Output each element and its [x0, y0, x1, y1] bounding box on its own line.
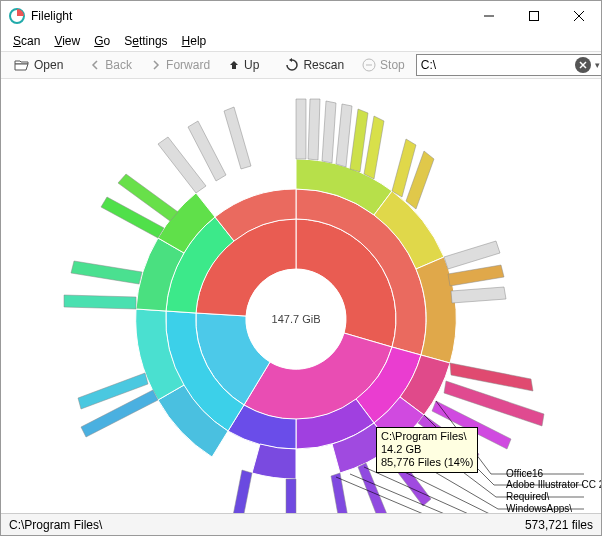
menu-scan[interactable]: Scan [7, 32, 46, 50]
tooltip-files: 85,776 Files (14%) [381, 456, 473, 469]
open-label: Open [34, 58, 63, 72]
tooltip-size: 14.2 GB [381, 443, 473, 456]
segment-tooltip: C:\Program Files\ 14.2 GB 85,776 Files (… [376, 427, 478, 473]
menu-settings[interactable]: Settings [118, 32, 173, 50]
menu-go[interactable]: Go [88, 32, 116, 50]
window-title: Filelight [31, 9, 466, 23]
dropdown-icon[interactable]: ▾ [595, 60, 600, 70]
center-label: 147.7 GiB [272, 313, 321, 325]
segment-label: Office16 [506, 468, 543, 479]
menu-view[interactable]: View [48, 32, 86, 50]
stop-icon [362, 58, 376, 72]
forward-button[interactable]: Forward [143, 55, 217, 75]
sunburst-chart[interactable]: Office16 Adobe Illustrator CC 2015\ Requ… [1, 79, 601, 513]
refresh-icon [285, 58, 299, 72]
forward-label: Forward [166, 58, 210, 72]
minimize-button[interactable] [466, 1, 511, 31]
maximize-button[interactable] [511, 1, 556, 31]
toolbar: Open Back Forward Up Rescan Stop ▾ Go [1, 51, 601, 79]
tooltip-path: C:\Program Files\ [381, 430, 473, 443]
chevron-left-icon [89, 59, 101, 71]
back-label: Back [105, 58, 132, 72]
stop-label: Stop [380, 58, 405, 72]
open-button[interactable]: Open [7, 55, 70, 75]
close-button[interactable] [556, 1, 601, 31]
segment-label: WindowsApps\ [506, 503, 572, 513]
chevron-right-icon [150, 59, 162, 71]
x-icon [579, 61, 587, 69]
back-button[interactable]: Back [82, 55, 139, 75]
clear-path-button[interactable] [575, 57, 591, 73]
folder-open-icon [14, 58, 30, 72]
segment-label: Adobe Illustrator CC 2015\ [506, 479, 601, 490]
status-filecount: 573,721 files [525, 518, 593, 532]
segment-label: Required\ [506, 491, 550, 502]
path-input[interactable] [421, 58, 571, 72]
up-button[interactable]: Up [221, 55, 266, 75]
svg-rect-2 [529, 12, 538, 21]
rescan-label: Rescan [303, 58, 344, 72]
statusbar: C:\Program Files\ 573,721 files [1, 513, 601, 535]
app-icon [9, 8, 25, 24]
up-label: Up [244, 58, 259, 72]
stop-button[interactable]: Stop [355, 55, 412, 75]
rescan-button[interactable]: Rescan [278, 55, 351, 75]
status-path: C:\Program Files\ [9, 518, 525, 532]
arrow-up-icon [228, 59, 240, 71]
menu-help[interactable]: Help [176, 32, 213, 50]
titlebar: Filelight [1, 1, 601, 31]
path-input-container: ▾ [416, 54, 602, 76]
menubar: Scan View Go Settings Help [1, 31, 601, 51]
